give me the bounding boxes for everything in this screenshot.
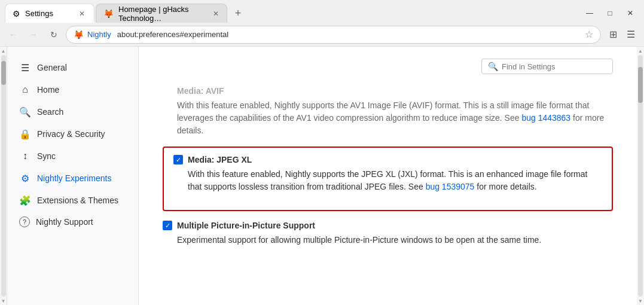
sidebar-item-nightly-support[interactable]: ? Nightly Support (10, 212, 136, 232)
media-avif-link[interactable]: bug 1443863 (521, 113, 570, 123)
sidebar-label-sync: Sync (37, 151, 56, 161)
scroll-up-button[interactable]: ▲ (1, 48, 7, 54)
back-button[interactable]: ← (5, 26, 22, 43)
jpeg-xl-link[interactable]: bug 1539075 (426, 182, 475, 191)
tab-ghacks[interactable]: 🦊 Homepage | gHacks Technolog… ✕ (96, 4, 227, 23)
multi-pip-title: Multiple Picture-in-Picture Support (177, 221, 315, 230)
sidebar-item-nightly-experiments[interactable]: ⚙ Nightly Experiments (10, 167, 136, 189)
sidebar-item-general[interactable]: ☰ General (10, 57, 136, 78)
sidebar-item-privacy-security[interactable]: 🔒 Privacy & Security (10, 123, 136, 145)
nav-bar: ← → ↻ 🦊 Nightly ☆ ⊞ ☰ (0, 23, 644, 47)
nav-right-buttons: ⊞ ☰ (605, 26, 639, 43)
sidebar-item-home[interactable]: ⌂ Home (10, 79, 136, 100)
sidebar: ☰ General ⌂ Home 🔍 Search 🔒 Privacy & Se… (7, 47, 139, 305)
ghacks-tab-label: Homepage | gHacks Technolog… (118, 5, 207, 23)
grid-icon[interactable]: ⊞ (605, 26, 621, 43)
multi-pip-checkbox[interactable]: ✓ (163, 221, 172, 230)
sidebar-label-privacy: Privacy & Security (37, 129, 105, 139)
sidebar-item-extensions-themes[interactable]: 🧩 Extensions & Themes (10, 190, 136, 211)
scroll-track[interactable] (1, 55, 6, 297)
window-controls: — □ ✕ (581, 7, 639, 19)
sidebar-label-home: Home (37, 85, 59, 94)
tab-settings[interactable]: ⚙ Settings ✕ (5, 4, 94, 23)
media-avif-desc: With this feature enabled, Nightly suppo… (163, 99, 613, 137)
jpeg-xl-checkbox[interactable]: ✓ (173, 155, 183, 164)
right-scroll-thumb[interactable] (638, 67, 643, 103)
sidebar-label-nightly-experiments: Nightly Experiments (37, 173, 112, 183)
find-bar: 🔍 (163, 59, 613, 74)
minimize-button[interactable]: — (581, 7, 599, 19)
title-bar: ⚙ Settings ✕ 🦊 Homepage | gHacks Technol… (0, 0, 644, 23)
privacy-icon: 🔒 (19, 128, 31, 140)
nightly-experiments-icon: ⚙ (19, 172, 31, 184)
general-icon: ☰ (19, 62, 31, 74)
left-scrollbar[interactable]: ▲ ▼ (0, 47, 7, 305)
main-panel: 🔍 ✓ Media: AVIF With this feature enable… (139, 47, 637, 305)
jpeg-xl-title: Media: JPEG XL (188, 155, 252, 164)
ghacks-tab-icon: 🦊 (103, 9, 114, 19)
browser-frame: ⚙ Settings ✕ 🦊 Homepage | gHacks Technol… (0, 0, 644, 305)
scroll-thumb[interactable] (1, 61, 6, 85)
menu-icon[interactable]: ☰ (622, 26, 639, 43)
settings-tab-icon: ⚙ (13, 9, 20, 19)
refresh-button[interactable]: ↻ (45, 26, 62, 43)
close-button[interactable]: ✕ (621, 7, 639, 19)
right-scrollbar[interactable]: ▲ ▼ (637, 47, 644, 305)
settings-tab-close[interactable]: ✕ (77, 9, 87, 19)
sidebar-label-support: Nightly Support (36, 217, 93, 227)
forward-button[interactable]: → (25, 26, 42, 43)
add-tab-button[interactable]: + (230, 5, 246, 22)
jpeg-xl-feature: ✓ Media: JPEG XL With this feature enabl… (173, 155, 602, 193)
home-icon: ⌂ (19, 84, 31, 96)
media-avif-section: ✓ Media: AVIF With this feature enabled,… (163, 86, 613, 137)
address-input[interactable] (117, 30, 581, 39)
find-input-wrapper: 🔍 (481, 59, 613, 74)
right-scroll-down[interactable]: ▼ (637, 298, 643, 304)
settings-tab-label: Settings (25, 9, 53, 18)
right-scroll-up[interactable]: ▲ (637, 48, 643, 54)
scroll-down-button[interactable]: ▼ (1, 298, 7, 304)
jpeg-xl-desc: With this feature enabled, Nightly suppo… (173, 168, 602, 193)
support-icon: ? (19, 216, 30, 227)
sidebar-label-search: Search (37, 107, 63, 117)
media-avif-title: Media: AVIF (177, 86, 224, 96)
media-avif-header: ✓ Media: AVIF (163, 86, 613, 96)
right-scroll-track[interactable] (638, 55, 643, 297)
multi-pip-desc: Experimental support for allowing multip… (163, 234, 613, 246)
search-nav-icon: 🔍 (19, 106, 31, 118)
extensions-icon: 🧩 (19, 194, 31, 206)
bookmark-star-icon[interactable]: ☆ (585, 29, 593, 40)
ghacks-tab-close[interactable]: ✕ (212, 9, 219, 19)
find-settings-input[interactable] (502, 62, 606, 71)
sidebar-label-extensions: Extensions & Themes (37, 196, 118, 205)
multi-pip-feature: ✓ Multiple Picture-in-Picture Support Ex… (163, 221, 613, 246)
sidebar-item-sync[interactable]: ↕ Sync (10, 145, 136, 167)
jpeg-xl-header: ✓ Media: JPEG XL (173, 155, 602, 164)
multi-pip-header: ✓ Multiple Picture-in-Picture Support (163, 221, 613, 230)
jpeg-xl-highlighted-box: ✓ Media: JPEG XL With this feature enabl… (163, 147, 613, 211)
content-area: ▲ ▼ ☰ General ⌂ Home 🔍 Search 🔒 Privacy (0, 47, 644, 305)
find-icon: 🔍 (488, 62, 498, 71)
nightly-label: Nightly (87, 30, 111, 39)
sidebar-item-search[interactable]: 🔍 Search (10, 101, 136, 123)
site-icon: 🦊 (74, 30, 84, 39)
maximize-button[interactable]: □ (601, 7, 619, 19)
sidebar-label-general: General (37, 63, 67, 72)
sync-icon: ↕ (19, 150, 31, 162)
address-bar-wrapper: 🦊 Nightly ☆ (66, 26, 601, 44)
